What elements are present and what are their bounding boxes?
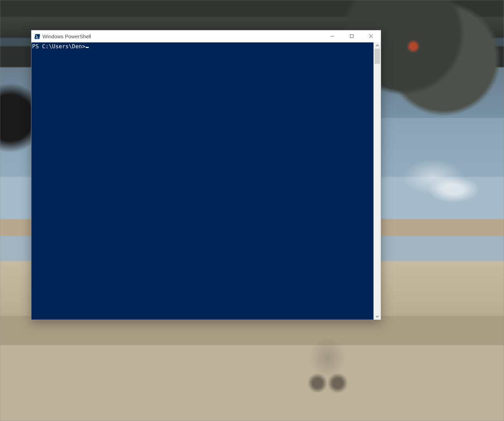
chevron-up-icon <box>376 42 379 49</box>
chevron-down-icon <box>376 313 379 320</box>
maximize-icon <box>350 33 354 39</box>
close-button[interactable] <box>361 30 381 42</box>
minimize-icon <box>330 33 335 39</box>
powershell-icon <box>34 33 40 40</box>
window-controls <box>323 30 381 42</box>
terminal-prompt: PS C:\Users\Den> <box>32 43 85 50</box>
svg-rect-0 <box>350 35 353 38</box>
terminal-cursor <box>86 47 89 48</box>
window-title: Windows PowerShell <box>42 33 91 39</box>
scroll-down-button[interactable] <box>374 313 381 320</box>
powershell-window: Windows PowerShell PS C:\Users\Den> <box>31 30 381 320</box>
scrollbar-track[interactable] <box>374 49 381 313</box>
maximize-button[interactable] <box>342 30 361 42</box>
minimize-button[interactable] <box>323 30 342 42</box>
terminal-area[interactable]: PS C:\Users\Den> <box>31 42 374 320</box>
window-client-area: PS C:\Users\Den> <box>31 42 381 320</box>
vertical-scrollbar[interactable] <box>374 42 381 320</box>
scrollbar-thumb[interactable] <box>375 49 380 64</box>
close-icon <box>369 33 373 39</box>
scroll-up-button[interactable] <box>374 42 381 49</box>
titlebar[interactable]: Windows PowerShell <box>31 30 381 42</box>
